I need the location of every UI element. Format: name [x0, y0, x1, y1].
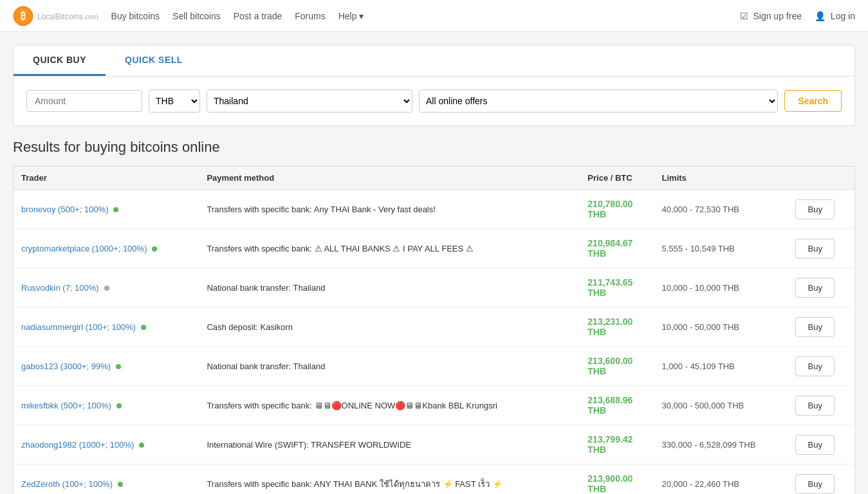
price-value: 213,900.00 — [587, 473, 633, 484]
country-select[interactable]: Thailand United States United Kingdom Ge… — [207, 89, 412, 113]
trader-link[interactable]: ZedZeroth (100+; 100%) — [21, 479, 113, 489]
limits-cell: 5,555 - 10,549 THB — [654, 229, 788, 268]
price-cell: 213,600.00 THB — [580, 347, 654, 386]
quick-panel: QUICK BUY QUICK SELL THB USD EUR BTC Tha… — [13, 45, 855, 126]
action-cell: Buy — [788, 386, 854, 425]
buy-button[interactable]: Buy — [795, 474, 834, 494]
price-currency: THB — [587, 405, 606, 416]
buy-button[interactable]: Buy — [795, 278, 834, 298]
brand-logo[interactable]: ₿ LocalBitcoins.com — [13, 6, 98, 26]
checkbox-icon: ☑ — [740, 11, 748, 21]
table-row: ZedZeroth (100+; 100%) Transfers with sp… — [14, 464, 855, 495]
online-status-dot — [116, 403, 122, 408]
price-currency: THB — [587, 248, 606, 259]
limits-cell: 330,000 - 6,528,099 THB — [654, 425, 788, 464]
search-button[interactable]: Search — [784, 90, 842, 112]
nav-post-trade[interactable]: Post a trade — [234, 11, 282, 21]
price-cell: 210,984.67 THB — [580, 229, 654, 268]
user-icon: 👤 — [815, 11, 826, 21]
limits-cell: 30,000 - 500,000 THB — [654, 386, 788, 425]
login-link[interactable]: 👤 Log in — [815, 11, 855, 21]
online-status-dot — [116, 364, 121, 369]
action-cell: Buy — [788, 347, 854, 386]
trader-cell: ZedZeroth (100+; 100%) — [14, 464, 199, 495]
col-action — [788, 167, 854, 190]
payment-cell: Transfers with specific bank: ANY THAI B… — [199, 464, 580, 495]
nav-forums[interactable]: Forums — [295, 11, 325, 21]
trader-link[interactable]: gabos123 (3000+; 99%) — [21, 361, 111, 371]
amount-input[interactable] — [26, 90, 142, 112]
col-price: Price / BTC — [580, 167, 654, 190]
price-value: 210,780.00 — [587, 199, 633, 209]
online-status-dot — [152, 246, 157, 252]
table-row: zhaodong1982 (1000+; 100%) International… — [14, 425, 855, 464]
price-cell: 213,900.00 THB — [580, 464, 654, 495]
limits-cell: 40,000 - 72,530 THB — [654, 190, 788, 229]
trader-cell: cryptomarketplace (1000+; 100%) — [14, 229, 199, 268]
trader-link[interactable]: cryptomarketplace (1000+; 100%) — [21, 244, 147, 253]
nav-sell-bitcoins[interactable]: Sell bitcoins — [172, 11, 221, 21]
limits-cell: 1,000 - 45,109 THB — [654, 347, 788, 386]
navbar: ₿ LocalBitcoins.com Buy bitcoins Sell bi… — [0, 0, 868, 32]
online-status-dot — [104, 286, 109, 291]
payment-cell: National bank transfer: Thailand — [199, 347, 580, 386]
bitcoin-logo-icon: ₿ — [13, 6, 33, 26]
table-row: nadiasummergirl (100+; 100%) Cash deposi… — [14, 307, 855, 347]
buy-button[interactable]: Buy — [795, 317, 834, 337]
price-value: 213,231.00 — [587, 316, 633, 327]
tab-quick-buy[interactable]: QUICK BUY — [14, 46, 106, 76]
price-cell: 211,743.65 THB — [580, 268, 654, 307]
tab-quick-sell[interactable]: QUICK SELL — [106, 46, 202, 76]
action-cell: Buy — [788, 307, 854, 347]
price-value: 213,600.00 — [587, 356, 633, 366]
buy-button[interactable]: Buy — [795, 239, 834, 259]
price-cell: 213,231.00 THB — [580, 307, 654, 347]
buy-button[interactable]: Buy — [795, 396, 834, 416]
payment-cell: Cash deposit: Kasikorn — [199, 307, 580, 347]
price-value: 213,799.42 — [587, 434, 633, 444]
signup-link[interactable]: ☑ Sign up free — [740, 11, 802, 21]
price-currency: THB — [587, 288, 606, 298]
col-limits: Limits — [654, 167, 788, 190]
action-cell: Buy — [788, 268, 854, 307]
payment-cell: Transfers with specific bank: Any THAI B… — [199, 190, 580, 229]
payment-cell: National bank transfer: Thailand — [199, 268, 580, 307]
buy-button[interactable]: Buy — [795, 199, 834, 219]
payment-cell: International Wire (SWIFT): TRANSFER WOR… — [199, 425, 580, 464]
trader-link[interactable]: nadiasummergirl (100+; 100%) — [21, 322, 136, 332]
brand-name: LocalBitcoins.com — [37, 9, 98, 23]
price-value: 211,743.65 — [587, 277, 633, 288]
trader-link[interactable]: Rusvodkin (7; 100%) — [21, 283, 99, 293]
limits-cell: 10,000 - 50,000 THB — [654, 307, 788, 347]
price-currency: THB — [587, 327, 606, 337]
table-header-row: Trader Payment method Price / BTC Limits — [14, 167, 855, 190]
buy-button[interactable]: Buy — [795, 356, 834, 376]
online-status-dot — [118, 482, 123, 487]
table-row: cryptomarketplace (1000+; 100%) Transfer… — [14, 229, 855, 268]
trader-cell: Rusvodkin (7; 100%) — [14, 268, 199, 307]
price-currency: THB — [587, 444, 606, 455]
price-currency: THB — [587, 366, 606, 376]
limits-cell: 10,000 - 10,000 THB — [654, 268, 788, 307]
action-cell: Buy — [788, 190, 854, 229]
action-cell: Buy — [788, 229, 854, 268]
currency-select[interactable]: THB USD EUR BTC — [149, 89, 200, 113]
panel-body: THB USD EUR BTC Thailand United States U… — [14, 77, 854, 125]
buy-button[interactable]: Buy — [795, 435, 834, 455]
price-currency: THB — [587, 209, 606, 219]
trader-link[interactable]: bronevoy (500+; 100%) — [21, 205, 109, 214]
nav-links: Buy bitcoins Sell bitcoins Post a trade … — [111, 11, 740, 21]
price-cell: 213,799.42 THB — [580, 425, 654, 464]
panel-tabs: QUICK BUY QUICK SELL — [14, 46, 854, 77]
nav-help[interactable]: Help ▾ — [338, 11, 364, 21]
trader-link[interactable]: zhaodong1982 (1000+; 100%) — [21, 440, 134, 450]
table-row: Rusvodkin (7; 100%) National bank transf… — [14, 268, 855, 307]
results-table: Trader Payment method Price / BTC Limits… — [13, 166, 855, 494]
offer-type-select[interactable]: All online offers National bank transfer… — [419, 89, 778, 113]
online-status-dot — [113, 207, 118, 212]
price-cell: 213,688.96 THB — [580, 386, 654, 425]
trader-link[interactable]: mikesfbkk (500+; 100%) — [21, 401, 111, 410]
table-row: gabos123 (3000+; 99%) National bank tran… — [14, 347, 855, 386]
results-title: Results for buying bitcoins online — [13, 139, 855, 156]
nav-buy-bitcoins[interactable]: Buy bitcoins — [111, 11, 160, 21]
